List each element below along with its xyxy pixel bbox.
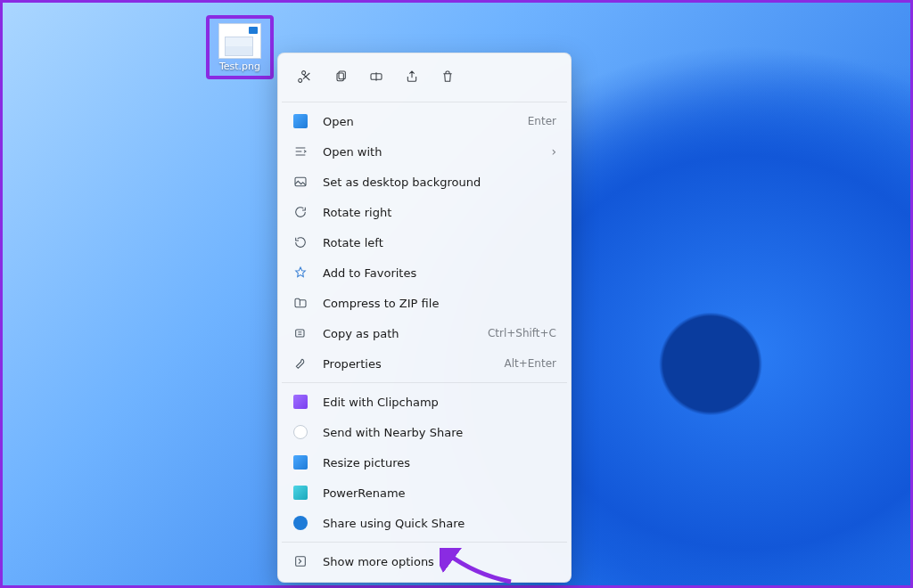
svg-rect-4: [296, 330, 304, 337]
cut-button[interactable]: [289, 62, 321, 91]
star-icon: [292, 265, 308, 281]
menu-label: Rotate right: [323, 206, 556, 219]
file-label: Test.png: [219, 61, 260, 72]
menu-item-set-desktop-background[interactable]: Set as desktop background: [278, 167, 571, 197]
resize-icon: [292, 454, 308, 470]
delete-button[interactable]: [432, 62, 464, 91]
copy-path-icon: [292, 325, 308, 341]
open-with-icon: [292, 143, 308, 159]
separator: [282, 382, 567, 383]
menu-label: Resize pictures: [323, 456, 556, 470]
nearby-share-icon: [292, 424, 308, 440]
share-icon: [405, 69, 419, 84]
quick-share-icon: [292, 515, 308, 531]
clipchamp-icon: [292, 394, 308, 410]
menu-item-copy-as-path[interactable]: Copy as path Ctrl+Shift+C: [278, 318, 571, 348]
menu-item-compress-zip[interactable]: Compress to ZIP file: [278, 288, 571, 318]
menu-item-powerrename[interactable]: PowerRename: [278, 478, 571, 508]
zip-folder-icon: [292, 295, 308, 311]
menu-accelerator: Alt+Enter: [504, 357, 556, 370]
menu-item-rotate-left[interactable]: Rotate left: [278, 227, 571, 257]
menu-label: Copy as path: [323, 327, 488, 340]
svg-rect-1: [339, 71, 345, 79]
copy-button[interactable]: [325, 62, 357, 91]
wrench-icon: [292, 355, 308, 372]
context-menu: Open Enter Open with › Set as desktop ba…: [277, 53, 572, 583]
svg-rect-3: [295, 177, 306, 185]
separator: [282, 542, 567, 543]
rename-button[interactable]: [360, 62, 392, 91]
menu-label: Rotate left: [323, 236, 556, 249]
scissors-icon: [298, 69, 312, 84]
picture-icon: [292, 174, 308, 190]
more-options-icon: [292, 553, 308, 569]
rotate-left-icon: [292, 234, 308, 250]
menu-label: Add to Favorites: [323, 266, 556, 280]
menu-label: Open with: [323, 145, 544, 159]
menu-accelerator: Enter: [528, 115, 556, 127]
menu-label: Open: [323, 115, 528, 128]
menu-label: Properties: [323, 357, 504, 371]
image-thumbnail-icon: [218, 23, 261, 59]
menu-label: Edit with Clipchamp: [323, 396, 556, 409]
menu-label: Compress to ZIP file: [323, 297, 556, 310]
share-button[interactable]: [396, 62, 428, 91]
separator: [282, 102, 567, 102]
menu-item-add-to-favorites[interactable]: Add to Favorites: [278, 257, 571, 288]
menu-item-properties[interactable]: Properties Alt+Enter: [278, 348, 571, 379]
photos-app-icon: [292, 113, 308, 129]
menu-label: Share using Quick Share: [323, 517, 556, 530]
chevron-right-icon: ›: [551, 144, 556, 159]
menu-item-share-quick-share[interactable]: Share using Quick Share: [278, 508, 571, 538]
trash-icon: [440, 69, 455, 84]
menu-accelerator: Ctrl+Shift+C: [488, 327, 556, 339]
menu-item-edit-clipchamp[interactable]: Edit with Clipchamp: [278, 387, 571, 417]
menu-item-open[interactable]: Open Enter: [278, 106, 571, 136]
menu-item-show-more-options[interactable]: Show more options: [278, 546, 571, 576]
rename-icon: [369, 69, 383, 84]
copy-icon: [333, 69, 348, 84]
menu-item-send-nearby-share[interactable]: Send with Nearby Share: [278, 417, 571, 447]
menu-label: Show more options: [323, 555, 556, 568]
powerrename-icon: [292, 485, 308, 501]
menu-item-resize-pictures[interactable]: Resize pictures: [278, 447, 571, 478]
context-menu-toolbar: [278, 59, 571, 98]
menu-item-rotate-right[interactable]: Rotate right: [278, 197, 571, 227]
svg-rect-0: [337, 73, 343, 81]
rotate-right-icon: [292, 204, 308, 220]
menu-label: Send with Nearby Share: [323, 426, 556, 439]
desktop[interactable]: Test.png Open Enter: [0, 0, 913, 588]
menu-item-open-with[interactable]: Open with ›: [278, 136, 571, 167]
menu-label: Set as desktop background: [323, 176, 556, 189]
file-item-test-png[interactable]: Test.png: [206, 15, 274, 79]
menu-label: PowerRename: [323, 486, 556, 500]
